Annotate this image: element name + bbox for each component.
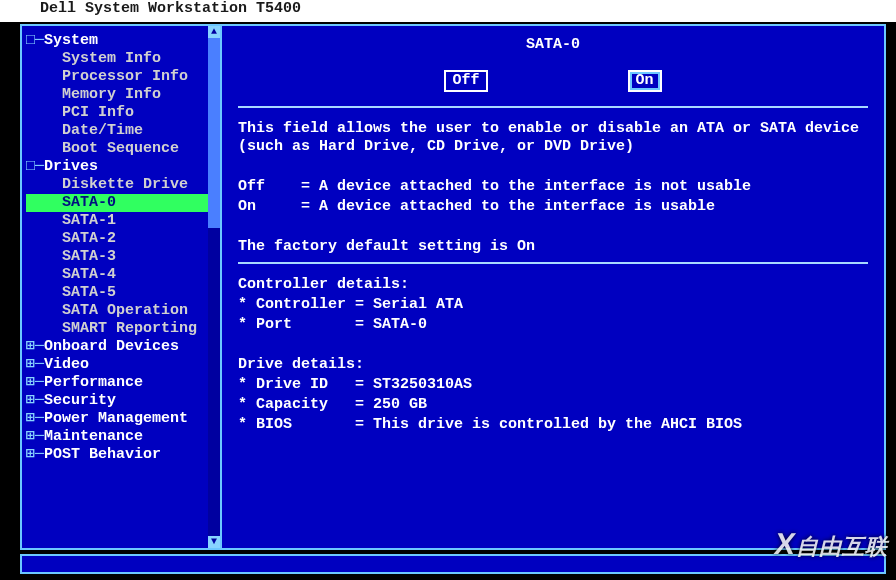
nav-item[interactable]: Date/Time bbox=[26, 122, 220, 140]
drive-id-value: ST3250310AS bbox=[373, 376, 472, 393]
capacity-value: 250 GB bbox=[373, 396, 427, 413]
nav-item[interactable]: SATA-3 bbox=[26, 248, 220, 266]
port-label: * Port = bbox=[238, 316, 373, 333]
nav-item[interactable]: SMART Reporting bbox=[26, 320, 220, 338]
nav-category[interactable]: ⊞─Video bbox=[26, 356, 220, 374]
controller-title: Controller details: bbox=[238, 276, 868, 294]
row-off-val: = A device attached to the interface is … bbox=[301, 178, 751, 195]
port-value: SATA-0 bbox=[373, 316, 427, 333]
scroll-thumb[interactable] bbox=[208, 38, 220, 228]
capacity-label: * Capacity = bbox=[238, 396, 373, 413]
controller-label: * Controller = bbox=[238, 296, 373, 313]
nav-item[interactable]: SATA-4 bbox=[26, 266, 220, 284]
footer-bar bbox=[20, 554, 886, 574]
separator-2 bbox=[238, 262, 868, 264]
nav-item[interactable]: Boot Sequence bbox=[26, 140, 220, 158]
nav-scrollbar[interactable]: ▲ ▼ bbox=[208, 26, 220, 548]
option-on[interactable]: On bbox=[628, 70, 662, 92]
help-intro: This field allows the user to enable or … bbox=[238, 120, 868, 156]
nav-item[interactable]: SATA Operation bbox=[26, 302, 220, 320]
nav-item[interactable]: System Info bbox=[26, 50, 220, 68]
nav-item[interactable]: SATA-2 bbox=[26, 230, 220, 248]
nav-category[interactable]: □─System bbox=[26, 32, 220, 50]
nav-category[interactable]: ⊞─Maintenance bbox=[26, 428, 220, 446]
nav-item[interactable]: SATA-1 bbox=[26, 212, 220, 230]
content-panel: SATA-0 Off On This field allows the user… bbox=[222, 26, 884, 548]
nav-item[interactable]: SATA-5 bbox=[26, 284, 220, 302]
nav-item[interactable]: Processor Info bbox=[26, 68, 220, 86]
nav-item[interactable]: Memory Info bbox=[26, 86, 220, 104]
window-title: Dell System Workstation T5400 bbox=[0, 0, 896, 22]
drive-title: Drive details: bbox=[238, 356, 868, 374]
option-row: Off On bbox=[238, 70, 868, 92]
option-off[interactable]: Off bbox=[444, 70, 487, 92]
nav-category[interactable]: ⊞─Security bbox=[26, 392, 220, 410]
help-text: This field allows the user to enable or … bbox=[238, 120, 868, 256]
nav-category[interactable]: ⊞─Onboard Devices bbox=[26, 338, 220, 356]
row-on-key: On bbox=[238, 198, 256, 215]
scroll-up-icon[interactable]: ▲ bbox=[208, 26, 220, 38]
nav-item[interactable]: Diskette Drive bbox=[26, 176, 220, 194]
scroll-down-icon[interactable]: ▼ bbox=[208, 536, 220, 548]
drive-id-label: * Drive ID = bbox=[238, 376, 373, 393]
nav-tree[interactable]: □─SystemSystem InfoProcessor InfoMemory … bbox=[22, 26, 222, 548]
nav-category[interactable]: ⊞─Performance bbox=[26, 374, 220, 392]
default-prefix: The factory default setting is bbox=[238, 238, 517, 255]
separator bbox=[238, 106, 868, 108]
bios-label: * BIOS = bbox=[238, 416, 373, 433]
row-off-key: Off bbox=[238, 178, 265, 195]
default-value: On bbox=[517, 238, 535, 255]
watermark-x-icon: X bbox=[772, 527, 799, 561]
nav-category[interactable]: ⊞─Power Management bbox=[26, 410, 220, 428]
bios-value: This drive is controlled by the AHCI BIO… bbox=[373, 416, 742, 433]
watermark: X自由互联 bbox=[775, 527, 888, 562]
nav-category[interactable]: □─Drives bbox=[26, 158, 220, 176]
row-on-val: = A device attached to the interface is … bbox=[301, 198, 715, 215]
panel-heading: SATA-0 bbox=[238, 36, 868, 54]
nav-item[interactable]: SATA-0 bbox=[26, 194, 220, 212]
controller-value: Serial ATA bbox=[373, 296, 463, 313]
watermark-text: 自由互联 bbox=[796, 534, 888, 559]
nav-category[interactable]: ⊞─POST Behavior bbox=[26, 446, 220, 464]
bios-frame: □─SystemSystem InfoProcessor InfoMemory … bbox=[20, 24, 886, 550]
controller-details: Controller details: * Controller = Seria… bbox=[238, 276, 868, 434]
nav-item[interactable]: PCI Info bbox=[26, 104, 220, 122]
